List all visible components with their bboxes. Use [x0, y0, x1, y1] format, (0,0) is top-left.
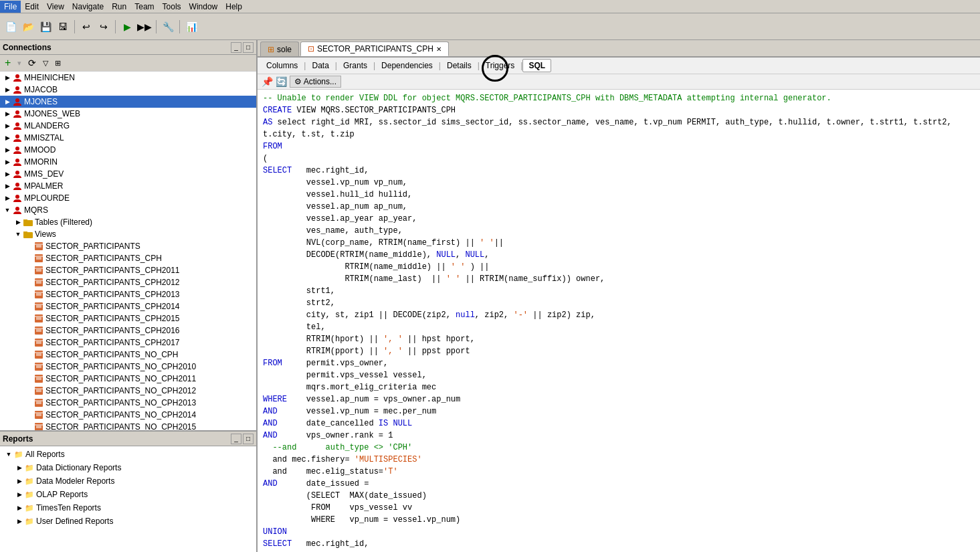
menu-edit[interactable]: Edit [21, 1, 43, 13]
reports-minimize[interactable]: _ [231, 434, 241, 444]
tree-item-mheinichen[interactable]: ▶MHEINICHEN [0, 72, 256, 84]
tree-item-sector-participants[interactable]: SECTOR_PARTICIPANTS [0, 240, 256, 252]
tree-toggle[interactable] [24, 326, 33, 335]
pin-btn[interactable]: 📌 [262, 76, 273, 87]
tree-item-mpalmer[interactable]: ▶MPALMER [0, 180, 256, 192]
connections-tree[interactable]: ▶MHEINICHEN▶MJACOB▶MJONES▶MJONES_WEB▶MLA… [0, 72, 256, 430]
connections-maximize[interactable]: □ [243, 42, 254, 53]
tree-toggle[interactable] [24, 410, 33, 420]
tree-toggle[interactable] [24, 362, 33, 371]
tree-toggle[interactable]: ▶ [3, 121, 12, 130]
menu-team[interactable]: Team [130, 1, 158, 13]
tree-item-sector-participants-cph2011[interactable]: SECTOR_PARTICIPANTS_CPH2011 [0, 264, 256, 276]
tab-sector-participants-cph[interactable]: ⊡ SECTOR_PARTICIPANTS_CPH ✕ [300, 41, 449, 56]
menu-view[interactable]: View [43, 1, 68, 13]
open-btn[interactable]: 📂 [20, 19, 36, 35]
report-olap[interactable]: ▶ 📁 OLAP Reports [1, 488, 255, 501]
tree-item-sector-participants-cph2012[interactable]: SECTOR_PARTICIPANTS_CPH2012 [0, 276, 256, 288]
tree-toggle[interactable]: ▶ [3, 73, 12, 82]
report-timesten[interactable]: ▶ 📁 TimesTen Reports [1, 501, 255, 515]
tree-toggle[interactable] [24, 242, 33, 251]
menu-run[interactable]: Run [108, 1, 130, 13]
tree-item-sector-participants-cph2016[interactable]: SECTOR_PARTICIPANTS_CPH2016 [0, 325, 256, 337]
tree-toggle[interactable]: ▼ [13, 229, 23, 239]
filter-btn[interactable]: ▽ [41, 58, 50, 68]
new-connection-btn[interactable]: + [3, 56, 13, 70]
report-data-modeler[interactable]: ▶ 📁 Data Modeler Reports [1, 474, 255, 488]
tree-item-sector-participants-no-cph2013[interactable]: SECTOR_PARTICIPANTS_NO_CPH2013 [0, 397, 256, 409]
menu-tools[interactable]: Tools [159, 1, 185, 13]
tree-toggle[interactable] [24, 278, 33, 287]
save-btn[interactable]: 💾 [37, 19, 54, 35]
tree-item-sector-participants-no-cph2014[interactable]: SECTOR_PARTICIPANTS_NO_CPH2014 [0, 409, 256, 421]
tree-toggle[interactable]: ▶ [3, 157, 12, 167]
tree-item-mlanderg[interactable]: ▶MLANDERG [0, 120, 256, 132]
tree-toggle[interactable] [24, 398, 33, 407]
tree-item-tables--filtered-[interactable]: ▶Tables (Filtered) [0, 216, 256, 228]
tree-item-mjones[interactable]: ▶MJONES [0, 96, 256, 108]
tab-sole[interactable]: ⊞ sole [260, 41, 299, 56]
tree-toggle[interactable]: ▶ [3, 109, 12, 118]
subtab-sql[interactable]: SQL [522, 59, 551, 72]
subtab-columns[interactable]: Columns [260, 59, 304, 72]
refresh-btn[interactable]: ⟳ [26, 57, 38, 69]
run-btn[interactable]: ▶ [119, 19, 135, 35]
save-all-btn[interactable]: 🖫 [55, 19, 71, 35]
tree-item-sector-participants-cph2015[interactable]: SECTOR_PARTICIPANTS_CPH2015 [0, 312, 256, 325]
tree-item-sector-participants-cph2017[interactable]: SECTOR_PARTICIPANTS_CPH2017 [0, 337, 256, 349]
undo-btn[interactable]: ↩ [78, 19, 94, 35]
subtab-details[interactable]: Details [441, 59, 478, 72]
tree-toggle[interactable]: ▶ [3, 133, 12, 143]
sql-worksheet-btn[interactable]: 🔧 [160, 19, 176, 35]
actions-menu-btn[interactable]: ⚙ Actions... [290, 76, 341, 88]
tree-toggle[interactable] [24, 254, 33, 263]
subtab-dependencies[interactable]: Dependencies [375, 59, 439, 72]
tree-toggle[interactable]: ▶ [3, 85, 12, 94]
tree-toggle[interactable]: ▶ [3, 169, 12, 179]
tree-item-sector-participants-cph2013[interactable]: SECTOR_PARTICIPANTS_CPH2013 [0, 288, 256, 300]
report-all[interactable]: ▼ 📁 All Reports [1, 448, 255, 461]
subtab-data[interactable]: Data [306, 59, 334, 72]
subtab-triggers[interactable]: Triggers [480, 59, 521, 72]
new-btn[interactable]: 📄 [3, 19, 19, 35]
tree-toggle[interactable] [24, 302, 33, 311]
tree-toggle[interactable] [24, 338, 33, 347]
tree-toggle[interactable] [24, 266, 33, 275]
menu-window[interactable]: Window [185, 1, 222, 13]
tree-item-sector-participants-cph[interactable]: SECTOR_PARTICIPANTS_CPH [0, 252, 256, 264]
tree-toggle[interactable]: ▶ [3, 193, 12, 203]
menu-file[interactable]: File [0, 1, 21, 13]
tree-item-mjacob[interactable]: ▶MJACOB [0, 84, 256, 96]
tree-item-sector-participants-no-cph2010[interactable]: SECTOR_PARTICIPANTS_NO_CPH2010 [0, 361, 256, 373]
reports-tree[interactable]: ▼ 📁 All Reports ▶ 📁 Data Dictionary Repo… [0, 446, 256, 552]
menu-navigate[interactable]: Navigate [68, 1, 108, 13]
tree-toggle[interactable] [24, 386, 33, 395]
tree-item-sector-participants-no-cph2012[interactable]: SECTOR_PARTICIPANTS_NO_CPH2012 [0, 385, 256, 397]
tree-item-mplourde[interactable]: ▶MPLOURDE [0, 192, 256, 204]
redo-btn[interactable]: ↪ [96, 19, 112, 35]
reports-maximize[interactable]: □ [243, 434, 254, 444]
tree-toggle[interactable] [24, 314, 33, 323]
report-data-dict[interactable]: ▶ 📁 Data Dictionary Reports [1, 461, 255, 474]
run-script-btn[interactable]: ▶▶ [136, 19, 153, 35]
tree-item-mmorin[interactable]: ▶MMORIN [0, 156, 256, 168]
menu-help[interactable]: Help [221, 1, 246, 13]
tree-item-sector-participants-no-cph2015[interactable]: SECTOR_PARTICIPANTS_NO_CPH2015 [0, 421, 256, 430]
schema-browser-btn[interactable]: ⊞ [53, 58, 63, 68]
tree-item-mmood[interactable]: ▶MMOOD [0, 144, 256, 156]
tree-item-mmisztal[interactable]: ▶MMISZTAL [0, 132, 256, 144]
tree-toggle[interactable]: ▶ [13, 217, 23, 227]
tree-toggle[interactable]: ▶ [3, 145, 12, 155]
tree-toggle[interactable] [24, 290, 33, 299]
connections-minimize[interactable]: _ [231, 42, 241, 53]
reports-btn[interactable]: 📊 [183, 19, 199, 35]
tree-item-sector-participants-no-cph2011[interactable]: SECTOR_PARTICIPANTS_NO_CPH2011 [0, 373, 256, 385]
tree-toggle[interactable]: ▶ [3, 181, 12, 191]
tab-close-btn[interactable]: ✕ [436, 45, 442, 53]
subtab-grants[interactable]: Grants [337, 59, 373, 72]
tree-item-sector-participants-cph2014[interactable]: SECTOR_PARTICIPANTS_CPH2014 [0, 300, 256, 312]
tree-item-sector-participants-no-cph[interactable]: SECTOR_PARTICIPANTS_NO_CPH [0, 349, 256, 361]
tree-item-mqrs[interactable]: ▼MQRS [0, 204, 256, 216]
tree-toggle[interactable] [24, 374, 33, 383]
sql-editor[interactable]: -- Unable to render VIEW DDL for object … [258, 90, 980, 552]
